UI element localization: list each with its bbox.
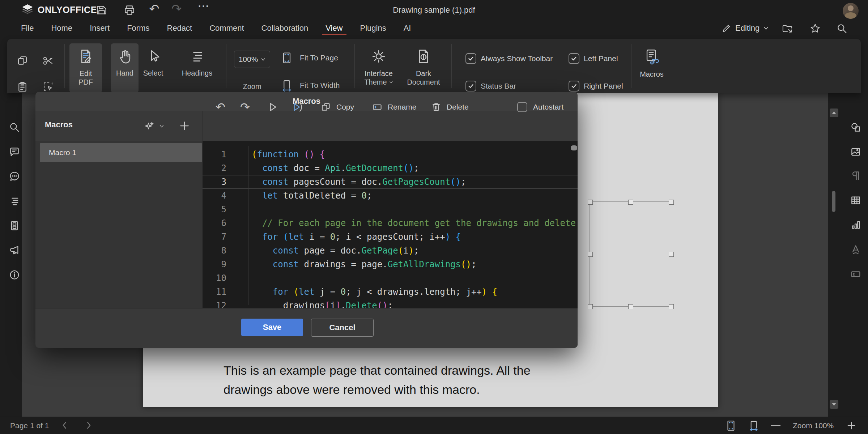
undo-button[interactable]: ↶ <box>149 1 159 16</box>
save-button[interactable]: Save <box>241 319 303 336</box>
tab-collaboration[interactable]: Collaboration <box>253 20 317 36</box>
copy-macro-button[interactable]: Copy <box>320 92 354 122</box>
tab-insert[interactable]: Insert <box>81 20 118 36</box>
paste-button[interactable] <box>16 81 29 93</box>
more-actions-button[interactable]: ··· <box>198 1 210 12</box>
selection-handle[interactable] <box>628 304 633 309</box>
selection-handle[interactable] <box>669 252 674 257</box>
macro-redo-button[interactable]: ↷ <box>240 92 250 122</box>
prev-page-button[interactable] <box>61 421 69 429</box>
selection-handle[interactable] <box>669 304 674 309</box>
form-settings-icon[interactable] <box>850 268 861 280</box>
shape-settings-icon[interactable] <box>850 122 861 133</box>
text-art-settings-icon[interactable] <box>850 244 861 255</box>
table-settings-icon[interactable] <box>850 195 861 206</box>
editing-mode-selector[interactable]: Editing <box>722 20 769 36</box>
editor-scrollbar-thumb[interactable] <box>571 145 577 150</box>
delete-macro-button[interactable]: Delete <box>431 92 469 122</box>
ai-generate-macro-button[interactable] <box>144 121 164 132</box>
tab-forms[interactable]: Forms <box>118 20 158 36</box>
feedback-megaphone-icon[interactable] <box>9 244 20 256</box>
zoom-out-button[interactable] <box>771 425 780 426</box>
macros-button[interactable]: Macros <box>630 43 673 93</box>
selection-handle[interactable] <box>669 200 674 205</box>
open-file-location-button[interactable] <box>781 22 793 35</box>
code-line[interactable]: 6 // For each page in the document get t… <box>203 216 578 230</box>
select-tool-button[interactable]: Select <box>139 43 167 93</box>
chat-panel-icon[interactable] <box>9 171 20 182</box>
hand-tool-button[interactable]: Hand <box>111 43 139 93</box>
headings-button[interactable]: Headings <box>176 43 218 93</box>
checkbox-right-panel[interactable]: Right Panel <box>569 81 623 92</box>
search-button[interactable] <box>836 23 848 34</box>
image-settings-icon[interactable] <box>850 146 861 158</box>
paragraph-settings-icon[interactable] <box>850 170 861 182</box>
run-all-macro-button[interactable] <box>292 92 305 122</box>
checkbox-status-bar[interactable]: Status Bar <box>465 81 516 92</box>
code-line[interactable]: 8 const page = doc.GetPage(i); <box>203 244 578 258</box>
favorites-star-icon[interactable] <box>809 23 821 34</box>
chart-settings-icon[interactable] <box>850 219 861 231</box>
edit-pdf-button[interactable]: EditPDF <box>69 43 102 93</box>
page-thumbnails-icon[interactable] <box>9 220 20 231</box>
code-line[interactable]: 10 <box>203 271 578 285</box>
add-macro-button[interactable] <box>179 120 190 132</box>
print-button[interactable] <box>123 4 136 17</box>
next-page-button[interactable] <box>85 421 93 429</box>
fit-to-width-button[interactable]: Fit To Width <box>280 79 340 92</box>
code-line[interactable]: 7 for (let i = 0; i < pagesCount; i++) { <box>203 230 578 244</box>
scroll-down-button[interactable] <box>830 400 838 409</box>
checkbox-left-panel[interactable]: Left Panel <box>569 53 618 64</box>
sun-icon <box>371 48 387 64</box>
code-line[interactable]: 11 for (let j = 0; j < drawings.length; … <box>203 285 578 299</box>
code-line[interactable]: 5 <box>203 203 578 216</box>
copy-button[interactable] <box>16 55 29 67</box>
vertical-scrollbar-thumb[interactable] <box>832 191 835 212</box>
macro-code-editor[interactable]: 1(function () {2 const doc = Api.GetDocu… <box>203 141 578 308</box>
tab-ai[interactable]: AI <box>395 20 420 36</box>
code-line[interactable]: 12 drawings[j].Delete(); <box>203 299 578 308</box>
fit-to-page-button[interactable]: Fit To Page <box>280 51 338 64</box>
tab-view[interactable]: View <box>317 20 351 36</box>
drawing-selection-frame[interactable] <box>590 201 671 307</box>
cancel-button[interactable]: Cancel <box>311 319 374 337</box>
zoom-in-button[interactable] <box>846 421 856 431</box>
code-line[interactable]: 3 const pagesCount = doc.GetPagesCount()… <box>203 175 578 189</box>
zoom-value-dropdown[interactable]: 100% <box>234 51 270 68</box>
autostart-checkbox[interactable]: Autostart <box>517 92 563 122</box>
run-macro-button[interactable] <box>267 92 278 122</box>
selection-handle[interactable] <box>588 252 593 257</box>
dialog-header[interactable]: Macros ? ✕ <box>35 92 578 111</box>
statusbar-fit-page-button[interactable] <box>725 420 737 432</box>
code-line[interactable]: 4 let totalDeleted = 0; <box>203 189 578 203</box>
scroll-up-button[interactable] <box>830 109 838 117</box>
comments-panel-icon[interactable] <box>9 146 20 158</box>
dark-document-button[interactable]: DarkDocument <box>404 43 443 93</box>
checkbox-always-show-toolbar[interactable]: Always Show Toolbar <box>465 53 553 64</box>
tab-plugins[interactable]: Plugins <box>352 20 395 36</box>
ribbon-divider <box>451 44 452 88</box>
about-info-icon[interactable] <box>9 269 20 281</box>
rename-macro-button[interactable]: Rename <box>372 92 416 122</box>
selection-handle[interactable] <box>588 304 593 309</box>
avatar[interactable] <box>843 3 859 19</box>
save-button[interactable] <box>95 4 108 17</box>
tab-file[interactable]: File <box>12 20 42 36</box>
code-line[interactable]: 2 const doc = Api.GetDocument(); <box>203 161 578 175</box>
cut-button[interactable] <box>42 55 54 67</box>
tab-redact[interactable]: Redact <box>158 20 201 36</box>
code-line[interactable]: 9 const drawings = page.GetAllDrawings()… <box>203 258 578 271</box>
tab-comment[interactable]: Comment <box>201 20 252 36</box>
tab-home[interactable]: Home <box>42 20 81 36</box>
select-area-button[interactable] <box>42 81 54 93</box>
selection-handle[interactable] <box>588 200 593 205</box>
code-line[interactable]: 1(function () { <box>203 148 578 161</box>
selection-handle[interactable] <box>628 200 633 205</box>
interface-theme-button[interactable]: Interface Theme <box>359 43 399 93</box>
statusbar-fit-width-button[interactable] <box>748 420 760 432</box>
search-panel-icon[interactable] <box>9 122 20 133</box>
macro-list-item[interactable]: Macro 1 <box>40 143 202 162</box>
navigation-headings-icon[interactable] <box>9 195 20 207</box>
redo-button[interactable]: ↷ <box>171 1 182 16</box>
macro-undo-button[interactable]: ↶ <box>216 92 225 122</box>
